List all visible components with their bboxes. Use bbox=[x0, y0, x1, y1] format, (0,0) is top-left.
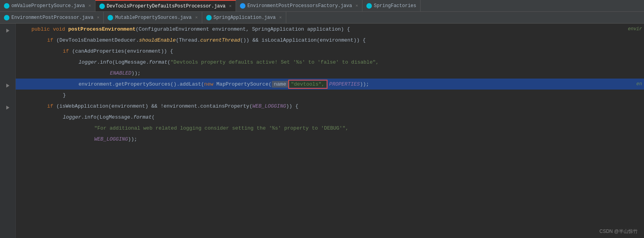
token-mapProp: MapPropertySource( bbox=[213, 81, 271, 87]
token-currentThread: currentThread bbox=[200, 37, 240, 43]
code-line-9: logger .info(LogMessage. format ( bbox=[16, 112, 644, 123]
token-web-logging2: WEB_LOGGING bbox=[94, 136, 128, 142]
tab-icon-blue bbox=[240, 3, 245, 9]
token-properties: PROPERTIES bbox=[326, 81, 360, 87]
token-name-bg: name bbox=[272, 81, 289, 88]
token-space bbox=[50, 26, 53, 32]
tab-bar-bottom: EnvironmentPostProcessor.java × MutableP… bbox=[0, 12, 644, 24]
tab-EnvironmentPostProcessor[interactable]: EnvironmentPostProcessor.java × bbox=[0, 12, 104, 24]
gutter-arrow-3 bbox=[5, 102, 11, 113]
gutter-marker-8 bbox=[5, 135, 11, 146]
tab-icon-teal-5 bbox=[206, 15, 212, 20]
tab-icon-teal-4 bbox=[108, 15, 113, 20]
token-method-postProcess: postProcessEnvironment bbox=[68, 26, 136, 32]
token-public: public bbox=[31, 26, 50, 32]
token-close3: )); bbox=[128, 136, 137, 142]
code-line-11: WEB_LOGGING )); bbox=[16, 134, 644, 145]
token-thread: (Thread. bbox=[176, 37, 200, 43]
tab-SpringFactories[interactable]: SpringFactories bbox=[362, 0, 421, 12]
tab-label-active: DevToolsPropertyDefaultsPostProcessor.ja… bbox=[107, 4, 225, 9]
token-string1: "Devtools property defaults active! Set … bbox=[170, 59, 379, 65]
gutter-marker-6 bbox=[5, 113, 11, 124]
tab-icon-teal-3 bbox=[4, 15, 9, 20]
scroll-hint-1: envir bbox=[628, 26, 642, 32]
tab-EnvironmentPostProcessorsFactory[interactable]: EnvironmentPostProcessorsFactory.java × bbox=[236, 0, 362, 12]
code-gutter bbox=[0, 24, 16, 238]
tab-label: SpringApplication.java bbox=[214, 15, 276, 20]
tab-bar-top: omValuePropertySource.java × DevToolsPro… bbox=[0, 0, 644, 12]
code-area: public void postProcessEnvironment (Conf… bbox=[0, 24, 644, 238]
token-paren1: (DevToolsEnablementDeducer. bbox=[53, 37, 139, 43]
tab-label: EnvironmentPostProcessorsFactory.java bbox=[247, 3, 352, 9]
token-logger2: logger bbox=[63, 114, 81, 120]
code-line-6: environment.getPropertySources().addLast… bbox=[16, 79, 644, 90]
tab-label: SpringFactories bbox=[374, 3, 416, 9]
token-paren2: ( bbox=[167, 59, 170, 65]
scroll-hint-2: en bbox=[637, 81, 642, 87]
tab-close[interactable]: × bbox=[195, 15, 198, 20]
token-logger1: logger bbox=[79, 59, 97, 65]
token-paren3: ( bbox=[152, 114, 155, 120]
code-line-1: public void postProcessEnvironment (Conf… bbox=[16, 24, 644, 35]
gutter-marker-5 bbox=[5, 91, 11, 102]
token-string2: "For additional web related logging cons… bbox=[94, 125, 349, 131]
tab-icon-teal-active bbox=[99, 4, 105, 9]
token-params: (ConfigurableEnvironment environment, Sp… bbox=[135, 26, 350, 32]
token-brace1: } bbox=[63, 92, 66, 98]
tab-DevToolsPropertyDefaults[interactable]: DevToolsPropertyDefaultsPostProcessor.ja… bbox=[95, 0, 236, 12]
code-line-3: if (canAddProperties(environment)) { bbox=[16, 46, 644, 57]
token-enabled: ENABLED bbox=[110, 70, 132, 76]
code-line-2: if (DevToolsEnablementDeducer. shouldEna… bbox=[16, 35, 644, 46]
tab-label: omValuePropertySource.java bbox=[11, 3, 85, 9]
token-web-logging: WEB_LOGGING bbox=[252, 103, 286, 109]
code-line-10: "For additional web related logging cons… bbox=[16, 123, 644, 134]
code-line-8: if (isWebApplication(environment) && !en… bbox=[16, 101, 644, 112]
watermark: CSDN @半山惊竹 bbox=[599, 228, 638, 235]
code-content: public void postProcessEnvironment (Conf… bbox=[16, 24, 644, 238]
code-line-5: ENABLED )); bbox=[16, 68, 644, 79]
token-if1: if bbox=[47, 37, 53, 43]
tab-icon-teal bbox=[4, 3, 9, 9]
tab-close[interactable]: × bbox=[88, 4, 91, 8]
token-and: ()) && isLocalApplication(environment)) … bbox=[240, 37, 366, 43]
token-shouldEnable: shouldEnable bbox=[139, 37, 176, 43]
code-line-7: } bbox=[16, 90, 644, 101]
token-close1: )); bbox=[132, 70, 141, 76]
tab-close[interactable]: × bbox=[355, 4, 358, 8]
token-close2: )); bbox=[360, 81, 369, 87]
token-canAdd: (canAddProperties(environment)) { bbox=[69, 48, 173, 54]
token-isWeb: (isWebApplication(environment) && !envir… bbox=[53, 103, 252, 109]
token-format2: format bbox=[133, 114, 152, 120]
tab-close-active[interactable]: × bbox=[229, 4, 232, 9]
token-dot1: .info(LogMessage. bbox=[97, 59, 149, 65]
token-new: new bbox=[204, 81, 213, 87]
tab-label: EnvironmentPostProcessor.java bbox=[11, 15, 93, 20]
token-format1: format bbox=[149, 59, 167, 65]
token-brace2: )) { bbox=[286, 103, 298, 109]
token-if3: if bbox=[47, 103, 53, 109]
gutter-marker-4 bbox=[5, 69, 11, 80]
token-env: environment.getPropertySources().addLast… bbox=[79, 81, 204, 87]
code-line-4: logger .info(LogMessage. format ( "Devto… bbox=[16, 57, 644, 68]
token-space2 bbox=[65, 26, 68, 32]
gutter-marker-7 bbox=[5, 124, 11, 135]
gutter-marker-1 bbox=[5, 36, 11, 47]
gutter-marker-2 bbox=[5, 47, 11, 58]
tab-omValuePropertySource[interactable]: omValuePropertySource.java × bbox=[0, 0, 95, 12]
tab-label: MutablePropertySources.java bbox=[115, 15, 191, 20]
gutter-arrow-1 bbox=[5, 25, 11, 36]
tab-MutablePropertySources[interactable]: MutablePropertySources.java × bbox=[104, 12, 202, 24]
tab-close[interactable]: × bbox=[97, 15, 100, 20]
gutter-marker-3 bbox=[5, 58, 11, 69]
token-if2: if bbox=[63, 48, 69, 54]
gutter-arrow-2 bbox=[5, 80, 11, 91]
token-void: void bbox=[53, 26, 65, 32]
tab-close[interactable]: × bbox=[279, 15, 282, 20]
token-dot2: .info(LogMessage. bbox=[81, 114, 134, 120]
tab-SpringApplication[interactable]: SpringApplication.java × bbox=[202, 12, 286, 24]
tab-icon-teal-2 bbox=[366, 3, 372, 9]
token-devtools-str: "devtools", bbox=[289, 81, 326, 88]
